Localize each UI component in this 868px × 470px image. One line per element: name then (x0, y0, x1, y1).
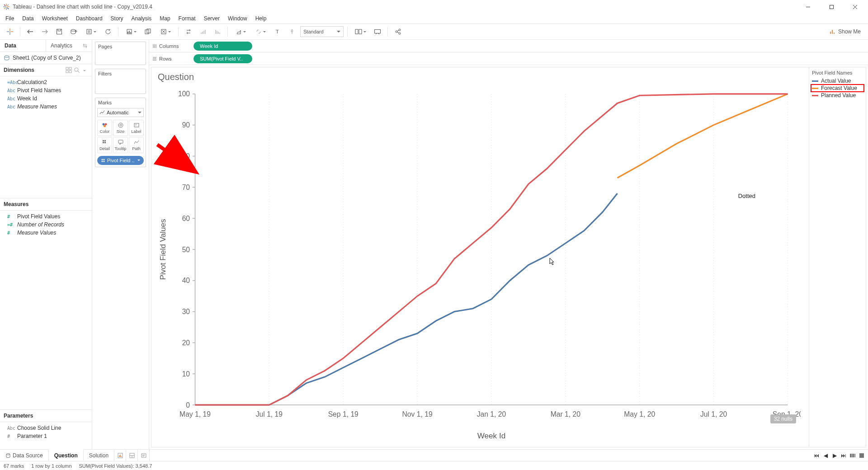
mark-label-button[interactable]: TLabel (129, 120, 144, 136)
rows-pill-sum-pivot[interactable]: SUM(Pivot Field V.. (193, 54, 252, 63)
view-grid-icon[interactable] (66, 67, 72, 73)
shelves-column: Pages Filters Marks Automatic Color Size… (92, 40, 149, 449)
clear-button[interactable] (156, 25, 175, 38)
legend-item-planned[interactable]: Planned Value (811, 92, 864, 99)
mark-path-button[interactable]: Path (129, 137, 144, 153)
show-cards-button[interactable] (351, 25, 369, 38)
new-dashboard-icon[interactable] (126, 450, 138, 461)
redo-button[interactable] (38, 25, 51, 38)
refresh-button[interactable] (102, 25, 114, 38)
tab-first-icon[interactable]: ⏮ (813, 453, 820, 458)
share-button[interactable] (392, 25, 404, 38)
toolbar: T Standard Show Me (0, 24, 868, 40)
menu-dashboard[interactable]: Dashboard (72, 14, 106, 23)
columns-pill-week-id[interactable]: Week Id (193, 42, 252, 51)
menu-server[interactable]: Server (200, 14, 223, 23)
mark-tooltip-button[interactable]: Tooltip (113, 137, 128, 153)
color-dots-icon (101, 158, 105, 163)
search-icon[interactable] (74, 67, 80, 73)
fit-select[interactable]: Standard (300, 26, 344, 37)
legend-item-forecast[interactable]: Forecast Value (811, 85, 864, 92)
tab-data-source[interactable]: Data Source (0, 450, 49, 461)
group-button[interactable] (251, 25, 269, 38)
field-number-of-records[interactable]: =#Number of Records (0, 221, 92, 229)
text-button[interactable]: T (271, 25, 284, 38)
svg-text:100: 100 (178, 90, 190, 98)
field-measure-names[interactable]: AbcMeasure Names (0, 103, 92, 111)
highlight-button[interactable] (231, 25, 250, 38)
nulls-badge[interactable]: 32 nulls (770, 414, 796, 423)
mark-pill-pivot-field[interactable]: Pivot Field .. (97, 156, 144, 165)
svg-text:Jul 1, 20: Jul 1, 20 (700, 410, 727, 418)
undo-button[interactable] (24, 25, 37, 38)
mark-size-button[interactable]: Size (113, 120, 128, 136)
pause-updates-button[interactable] (82, 25, 100, 38)
tab-analytics[interactable]: Analytics⇆ (46, 40, 92, 52)
mark-color-button[interactable]: Color (97, 120, 112, 136)
duplicate-button[interactable] (142, 25, 155, 38)
svg-point-74 (104, 159, 105, 160)
save-button[interactable] (53, 25, 66, 38)
chart-canvas[interactable]: May 1, 19Jul 1, 19Sep 1, 19Nov 1, 19Jan … (155, 85, 801, 443)
tableau-home-icon[interactable] (4, 25, 16, 38)
tab-grid-icon[interactable] (858, 453, 865, 458)
swap-button[interactable] (182, 25, 195, 38)
maximize-button[interactable] (821, 0, 842, 14)
new-worksheet-icon[interactable] (114, 450, 126, 461)
field-measure-values[interactable]: #Measure Values (0, 229, 92, 237)
menu-worksheet[interactable]: Worksheet (38, 14, 71, 23)
tab-question[interactable]: Question (49, 449, 84, 461)
menu-story[interactable]: Story (107, 14, 127, 23)
new-story-icon[interactable] (138, 450, 150, 461)
svg-point-20 (71, 29, 75, 31)
tab-solution[interactable]: Solution (84, 450, 114, 461)
datasource-row[interactable]: Sheet1 (Copy of S Curve_2) (0, 52, 92, 64)
svg-text:May 1, 19: May 1, 19 (179, 410, 211, 418)
svg-rect-42 (359, 29, 362, 34)
show-me-button[interactable]: Show Me (826, 28, 864, 35)
close-button[interactable] (844, 0, 865, 14)
svg-rect-18 (57, 29, 62, 34)
legend-item-actual[interactable]: Actual Value (811, 77, 864, 85)
tab-last-icon[interactable]: ⏭ (840, 453, 847, 458)
param-parameter-1[interactable]: #Parameter 1 (0, 432, 92, 440)
param-choose-solid-line[interactable]: AbcChoose Solid Line (0, 424, 92, 432)
dimensions-menu-icon[interactable] (82, 67, 88, 73)
field-pivot-field-names[interactable]: AbcPivot Field Names (0, 86, 92, 94)
annotation-dotted: Dotted (738, 193, 755, 199)
menu-map[interactable]: Map (156, 14, 174, 23)
tab-data[interactable]: Data (0, 40, 46, 52)
filters-shelf[interactable]: Filters (95, 69, 146, 94)
new-datasource-button[interactable] (67, 25, 80, 38)
menu-window[interactable]: Window (224, 14, 251, 23)
mark-type-select[interactable]: Automatic (97, 108, 144, 117)
tab-filmstrip-icon[interactable] (849, 453, 856, 458)
new-worksheet-button[interactable] (122, 25, 140, 38)
minimize-button[interactable] (797, 0, 818, 14)
menu-format[interactable]: Format (175, 14, 199, 23)
status-bar: 67 marks 1 row by 1 column SUM(Pivot Fie… (0, 461, 868, 470)
rows-shelf[interactable]: Rows SUM(Pivot Field V.. (149, 52, 868, 65)
pages-shelf[interactable]: Pages (95, 42, 146, 65)
mark-detail-button[interactable]: Detail (97, 137, 112, 153)
svg-line-60 (78, 71, 80, 73)
tab-next-icon[interactable]: ▶ (831, 453, 838, 458)
columns-shelf[interactable]: Columns Week Id (149, 40, 868, 52)
field-pivot-field-values[interactable]: #Pivot Field Values (0, 212, 92, 221)
menu-data[interactable]: Data (19, 14, 37, 23)
sort-desc-button[interactable] (211, 25, 224, 38)
field-calculation2[interactable]: =AbcCalculation2 (0, 78, 92, 86)
field-week-id[interactable]: AbcWeek Id (0, 94, 92, 103)
svg-text:40: 40 (182, 277, 190, 284)
data-panel: Data Analytics⇆ Sheet1 (Copy of S Curve_… (0, 40, 92, 449)
menu-analysis[interactable]: Analysis (128, 14, 156, 23)
pin-button[interactable] (286, 25, 298, 38)
tab-prev-icon[interactable]: ◀ (822, 453, 829, 458)
sort-asc-button[interactable] (197, 25, 209, 38)
menu-file[interactable]: File (2, 14, 18, 23)
chart-title[interactable]: Question (155, 71, 801, 85)
presentation-button[interactable] (371, 25, 384, 38)
menu-help[interactable]: Help (252, 14, 270, 23)
datasource-icon (4, 55, 10, 61)
svg-rect-23 (87, 29, 91, 34)
